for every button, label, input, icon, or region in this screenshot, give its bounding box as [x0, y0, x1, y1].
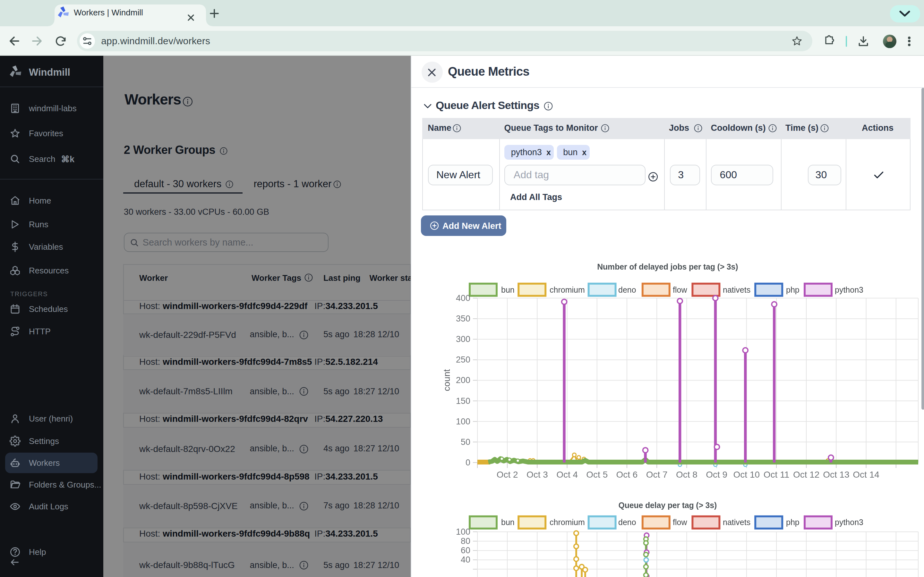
svg-text:Oct 3: Oct 3 — [527, 470, 548, 480]
svg-text:deno: deno — [618, 518, 636, 527]
svg-text:Number of delayed jobs per tag: Number of delayed jobs per tag (> 3s) — [597, 262, 738, 271]
svg-text:Oct 13: Oct 13 — [823, 470, 849, 480]
svg-text:nativets: nativets — [723, 285, 750, 294]
svg-text:350: 350 — [456, 314, 470, 324]
svg-text:250: 250 — [456, 355, 470, 364]
svg-text:40: 40 — [461, 555, 470, 564]
svg-text:100: 100 — [456, 527, 470, 537]
svg-text:Oct 4: Oct 4 — [556, 470, 578, 480]
svg-text:50: 50 — [461, 437, 470, 447]
svg-text:Oct 12: Oct 12 — [793, 470, 819, 480]
svg-text:flow: flow — [673, 285, 687, 294]
svg-text:Oct 2: Oct 2 — [497, 470, 518, 480]
svg-text:100: 100 — [456, 417, 470, 426]
svg-text:php: php — [786, 518, 800, 527]
svg-text:400: 400 — [456, 293, 470, 303]
svg-text:nativets: nativets — [723, 518, 750, 527]
svg-text:count: count — [442, 369, 452, 392]
svg-text:0: 0 — [465, 458, 470, 467]
svg-text:80: 80 — [461, 536, 470, 546]
svg-text:deno: deno — [618, 285, 636, 294]
svg-text:chromium: chromium — [549, 285, 585, 294]
svg-text:Oct 6: Oct 6 — [616, 470, 638, 480]
svg-text:bun: bun — [501, 518, 515, 527]
svg-text:python3: python3 — [835, 518, 863, 527]
svg-text:Oct 5: Oct 5 — [586, 470, 607, 480]
svg-text:chromium: chromium — [549, 518, 585, 527]
svg-text:300: 300 — [456, 334, 470, 344]
svg-text:60: 60 — [461, 546, 470, 555]
svg-text:Oct 11: Oct 11 — [764, 470, 789, 480]
svg-text:python3: python3 — [835, 285, 863, 294]
svg-text:Queue delay per tag (> 3s): Queue delay per tag (> 3s) — [618, 501, 717, 510]
svg-text:150: 150 — [456, 396, 470, 406]
svg-text:php: php — [786, 285, 800, 294]
svg-text:Oct 10: Oct 10 — [733, 470, 760, 480]
svg-text:200: 200 — [456, 376, 470, 385]
svg-text:Oct 7: Oct 7 — [646, 470, 668, 480]
svg-text:bun: bun — [501, 285, 515, 294]
svg-text:flow: flow — [673, 518, 687, 527]
svg-text:Oct 14: Oct 14 — [853, 470, 879, 480]
svg-text:Oct 9: Oct 9 — [706, 470, 727, 480]
svg-text:Oct 8: Oct 8 — [676, 470, 698, 480]
